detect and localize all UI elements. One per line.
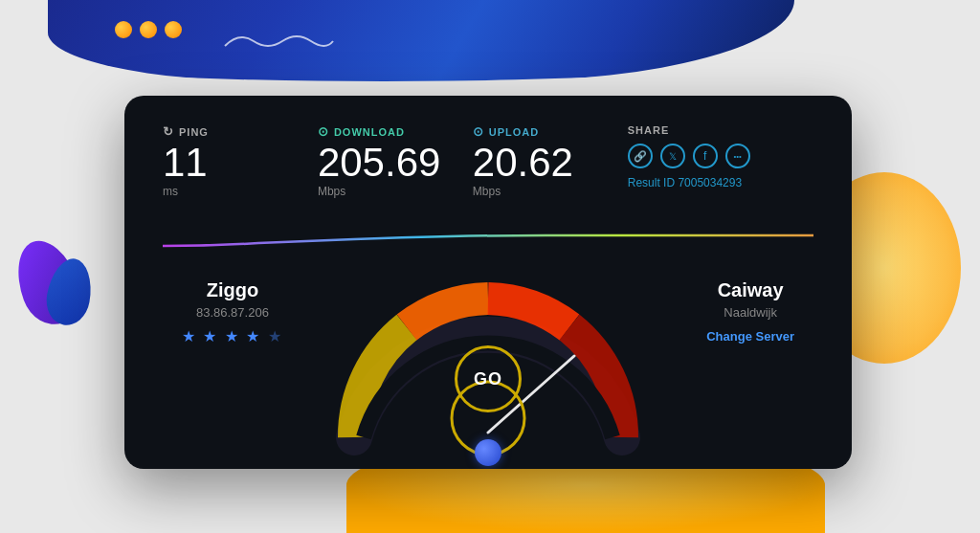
download-icon: ⊙ (318, 124, 329, 139)
star-4: ★ (246, 328, 261, 344)
isp-left-info: Ziggo 83.86.87.206 ★ ★ ★ ★ ★ (182, 279, 283, 345)
result-id: Result ID 7005034293 (628, 176, 742, 189)
share-block: SHARE 🔗 𝕏 f ••• Result ID 7005034293 (628, 124, 813, 189)
upload-icon: ⊙ (473, 124, 484, 139)
isp-left-name: Ziggo (182, 279, 283, 301)
ping-unit: ms (163, 185, 178, 198)
change-server-button[interactable]: Change Server (706, 327, 794, 344)
upload-value: 20.62 (473, 143, 573, 183)
speed-test-card: ↻ PING 11 ms ⊙ DOWNLOAD 205.69 Mbps ⊙ (124, 96, 852, 469)
stats-row: ↻ PING 11 ms ⊙ DOWNLOAD 205.69 Mbps ⊙ (124, 96, 852, 212)
speed-graph (163, 212, 813, 255)
background: ↻ PING 11 ms ⊙ DOWNLOAD 205.69 Mbps ⊙ (0, 0, 980, 533)
download-stat: ⊙ DOWNLOAD 205.69 Mbps (318, 124, 473, 198)
dot-3 (165, 21, 182, 38)
isp-right-name: Caiway (706, 279, 794, 301)
dot-2 (140, 21, 157, 38)
star-5: ★ (268, 328, 283, 344)
share-label: SHARE (628, 124, 670, 136)
gauge-container: GO (325, 270, 651, 461)
star-2: ★ (203, 328, 218, 344)
share-icons-row: 🔗 𝕏 f ••• (628, 144, 750, 168)
graph-area (124, 212, 852, 260)
ping-stat: ↻ PING 11 ms (163, 124, 318, 198)
isp-right-location: Naaldwijk (706, 305, 794, 320)
star-3: ★ (225, 328, 240, 344)
dot-1 (115, 21, 132, 38)
share-link-button[interactable]: 🔗 (628, 144, 653, 168)
isp-right-info: Caiway Naaldwijk Change Server (706, 279, 794, 344)
upload-stat: ⊙ UPLOAD 20.62 Mbps (473, 124, 628, 198)
window-dots (115, 21, 182, 38)
isp-stars: ★ ★ ★ ★ ★ (182, 327, 283, 345)
squiggle-decoration (220, 27, 335, 56)
download-unit: Mbps (318, 185, 345, 198)
download-label: ⊙ DOWNLOAD (318, 124, 405, 139)
top-brush-decoration (48, 0, 794, 81)
share-facebook-button[interactable]: f (693, 144, 718, 168)
needle-ball (475, 439, 501, 466)
star-1: ★ (182, 328, 197, 344)
isp-left-ip: 83.86.87.206 (182, 305, 283, 320)
go-button[interactable]: GO (455, 345, 522, 412)
share-more-button[interactable]: ••• (725, 144, 750, 168)
speedometer-area: Ziggo 83.86.87.206 ★ ★ ★ ★ ★ (124, 260, 852, 469)
download-value: 205.69 (318, 143, 440, 183)
ping-label: ↻ PING (163, 124, 209, 139)
result-id-value[interactable]: 7005034293 (678, 176, 742, 189)
upload-unit: Mbps (473, 185, 501, 198)
ping-icon: ↻ (163, 124, 174, 139)
share-twitter-button[interactable]: 𝕏 (660, 144, 685, 168)
ping-value: 11 (163, 143, 208, 183)
upload-label: ⊙ UPLOAD (473, 124, 539, 139)
